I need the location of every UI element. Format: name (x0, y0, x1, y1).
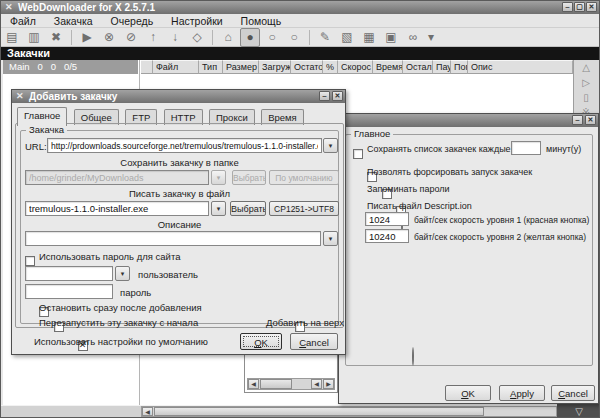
description-input[interactable] (25, 231, 321, 246)
header-cell-loaded[interactable]: Загружен (259, 60, 291, 74)
delete-download-button[interactable]: ✖ (46, 28, 66, 47)
speed2-input[interactable] (365, 229, 409, 243)
drop-basket-button[interactable]: ◇ (187, 28, 207, 47)
header-cell-size[interactable]: Размер (223, 60, 259, 74)
header-cell-rest[interactable]: Остаток (291, 60, 323, 74)
header-cell-description[interactable]: Опис (468, 60, 573, 74)
open-folder-button[interactable]: ▦ (359, 28, 379, 47)
basket-button[interactable]: ▽ (557, 404, 600, 418)
link-clipboard-button[interactable]: ∞ (403, 28, 423, 47)
header-cell-attempts[interactable]: Попы (451, 60, 468, 74)
scroll-left2-icon[interactable]: ◀ (311, 379, 322, 389)
speed-level-0-button[interactable]: ● (240, 28, 260, 47)
menu-item-download[interactable]: Закачка (45, 14, 102, 28)
scroll-left-icon[interactable]: ◀ (142, 407, 153, 416)
h-scrollbar[interactable]: ◀ (141, 406, 557, 417)
header-cell-speed[interactable]: Скорос (338, 60, 373, 74)
url-dropdown-button[interactable] (323, 138, 338, 153)
header-cell-left[interactable]: Остало (403, 60, 433, 74)
settings-apply-button[interactable]: Apply (499, 385, 545, 401)
settings-cancel-button[interactable]: Cancel (551, 385, 595, 401)
close-button[interactable]: ✕ (332, 91, 343, 101)
file-label: Писать закачку в файл (20, 188, 339, 199)
dialog-icon: ✕ (16, 91, 24, 101)
choose-folder-button[interactable]: Выбрать (232, 170, 266, 185)
header-cell-type[interactable]: Тип (199, 60, 223, 74)
choose-file-button[interactable]: Выбрать (230, 201, 266, 216)
tab-main[interactable]: Главное (17, 107, 67, 126)
url-label: URL: (25, 141, 47, 152)
remember-passwords-label: Запоминать пароли (367, 184, 450, 194)
add-ok-button[interactable]: OK (240, 333, 282, 350)
menu-item-help[interactable]: Помощь (232, 14, 291, 28)
use-password-checkbox[interactable] (25, 256, 35, 266)
folder-input[interactable] (25, 170, 209, 185)
start-download-button[interactable]: ▶ (77, 28, 97, 47)
speed1-input[interactable] (365, 212, 409, 226)
scroll-right-icon[interactable]: ▶ (323, 379, 334, 389)
close-button[interactable]: ✕ (585, 115, 596, 125)
add-from-clipboard-button[interactable]: ▥ (24, 28, 44, 47)
file-input[interactable] (25, 201, 209, 216)
toolbar-separator (71, 30, 72, 45)
window-icon: ✕ (5, 2, 13, 12)
collapse-panel-icon[interactable]: △ (574, 62, 598, 75)
maximize-button[interactable]: ▢ (574, 2, 585, 12)
description-dropdown-button[interactable] (323, 231, 338, 246)
menu-item-queue[interactable]: Очередь (102, 14, 163, 28)
menu-item-settings[interactable]: Настройки (162, 14, 232, 28)
add-dialog-titlebar: ✕ Добавить закачку ‒ ✕ (12, 90, 345, 103)
move-down-button[interactable]: ↓ (165, 28, 185, 47)
minimize-button[interactable]: ‒ (319, 91, 330, 101)
save-list-checkbox[interactable] (353, 149, 363, 159)
add-cancel-button[interactable]: Cancel (290, 333, 338, 350)
minimize-button[interactable]: ‒ (562, 2, 573, 12)
log-scrollbar[interactable]: ◀ ◀ ▶ (247, 378, 335, 390)
menu-item-file[interactable]: Файл (1, 14, 45, 28)
downloads-header: Закачки (1, 47, 599, 60)
clean-list-button[interactable]: ✎ (315, 28, 335, 47)
speed2-label: байт/сек скорость уровня 2 (желтая кнопк… (414, 232, 586, 242)
limits-menu-button[interactable]: ⌂ (218, 28, 238, 47)
stop-all-button[interactable]: ⊘ (121, 28, 141, 47)
username-input[interactable] (25, 266, 113, 281)
header-cell-icon[interactable] (141, 60, 153, 74)
header-cell-file[interactable]: Файл (153, 60, 199, 74)
header-cell-percent[interactable]: % (323, 60, 338, 74)
trash-icon[interactable]: ▯ (574, 92, 598, 105)
header-cell-pause[interactable]: Пауз (433, 60, 451, 74)
header-cell-time[interactable]: Время (373, 60, 403, 74)
settings-titlebar: ‒ ✕ (339, 114, 598, 127)
folder-dropdown-button[interactable] (211, 170, 226, 185)
move-up-button[interactable]: ↑ (143, 28, 163, 47)
username-label: пользователь (138, 269, 198, 280)
add-download-button[interactable]: ▤ (2, 28, 22, 47)
tree-item-main[interactable]: Main 0 0 0/5 (3, 60, 138, 74)
scroll-left-icon[interactable]: ◀ (248, 379, 259, 389)
scroll-thumb[interactable] (154, 407, 484, 416)
force-start-label: Позволять форсировать запуск закачек (367, 167, 532, 177)
username-dropdown-button[interactable] (115, 266, 130, 281)
settings-dialog: ‒ ✕ Главное Сохранять список закачек каж… (338, 113, 599, 404)
encoding-button[interactable]: CP1251->UTF8 (269, 201, 339, 216)
speed-level-1-button[interactable]: ○ (262, 28, 282, 47)
url-input[interactable] (47, 138, 322, 153)
close-button[interactable]: ✕ (586, 2, 597, 12)
minimize-button[interactable]: ‒ (572, 115, 583, 125)
stop-download-button[interactable]: ⊗ (99, 28, 119, 47)
preferences-button[interactable]: ▧ (337, 28, 357, 47)
save-interval-input[interactable] (511, 141, 541, 155)
main-window: ✕ WebDownloader for X 2.5.7.1 ‒ ▢ ✕ Файл… (0, 0, 600, 418)
toolbar-more-button[interactable]: ▾ (425, 28, 437, 47)
speed-indicator-icon[interactable]: ▷ (574, 77, 598, 90)
save-list-label: Сохранять список закачек каждые (367, 144, 511, 154)
file-dropdown-button[interactable] (211, 201, 226, 216)
scroll-thumb[interactable] (260, 379, 292, 389)
speed-level-2-button[interactable]: ○ (284, 28, 304, 47)
about-button[interactable]: ▣ (381, 28, 401, 47)
settings-ok-button[interactable]: OK (445, 385, 491, 401)
password-input[interactable] (25, 284, 113, 299)
side-toolbar: △ ▷ ▯ ※ (573, 60, 599, 114)
default-folder-button[interactable]: По умолчанию (269, 170, 339, 185)
description-label: Описание (20, 219, 339, 230)
